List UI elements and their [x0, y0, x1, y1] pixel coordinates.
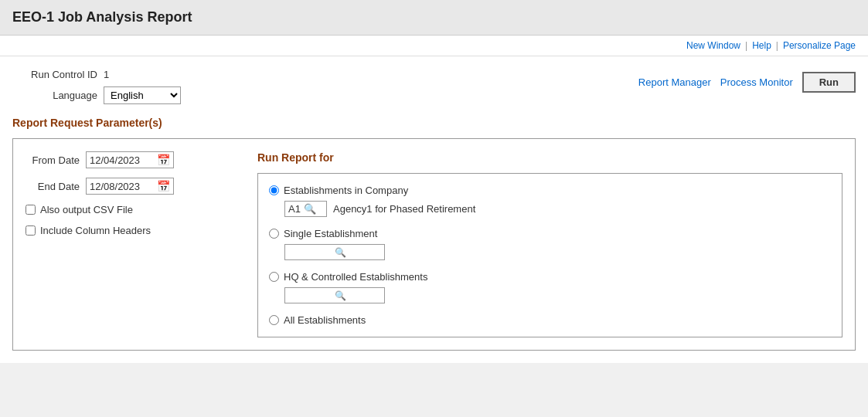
- run-button[interactable]: Run: [802, 72, 856, 93]
- params-left: From Date 📅 End Date 📅 Also output: [26, 151, 226, 337]
- radio-label-establishments-in-company[interactable]: Establishments in Company: [284, 185, 408, 196]
- end-date-calendar-icon[interactable]: 📅: [157, 180, 170, 192]
- search-field-single: 🔍: [284, 244, 385, 260]
- language-select[interactable]: English French Spanish: [104, 86, 181, 104]
- end-date-input-wrapper: 📅: [86, 178, 174, 195]
- establishment-desc: Agency1 for Phased Retirement: [333, 203, 475, 215]
- radio-group: Establishments in Company A1 🔍 Agency1 f…: [269, 185, 831, 326]
- control-right: Report Manager Process Monitor Run: [638, 69, 856, 93]
- radio-label-hq-controlled[interactable]: HQ & Controlled Establishments: [284, 271, 427, 283]
- page-title: EEO-1 Job Analysis Report: [12, 9, 192, 25]
- params-inner: From Date 📅 End Date 📅 Also output: [26, 151, 842, 337]
- radio-item-establishments-in-company: Establishments in Company A1 🔍 Agency1 f…: [269, 185, 831, 217]
- search-input-row-single: 🔍: [284, 244, 831, 260]
- search-field-hq: 🔍: [284, 287, 385, 303]
- radio-label-single-establishment[interactable]: Single Establishment: [284, 228, 377, 239]
- help-link[interactable]: Help: [752, 40, 771, 51]
- params-right: Run Report for Establishments in Company: [257, 151, 842, 337]
- radio-all-establishments[interactable]: [269, 315, 279, 325]
- search-icon-establishments[interactable]: 🔍: [304, 203, 316, 215]
- radio-row-hq-controlled: HQ & Controlled Establishments: [269, 271, 831, 283]
- establishment-value-row: A1 🔍 Agency1 for Phased Retirement: [284, 201, 831, 217]
- end-date-label: End Date: [26, 181, 80, 192]
- search-input-row-hq: 🔍: [284, 287, 831, 303]
- single-establishment-input[interactable]: [288, 246, 335, 258]
- radio-row-single-establishment: Single Establishment: [269, 228, 831, 239]
- run-report-box: Establishments in Company A1 🔍 Agency1 f…: [257, 173, 842, 337]
- column-headers-checkbox[interactable]: [26, 225, 36, 236]
- establishment-code-text: A1: [288, 203, 301, 215]
- csv-checkbox[interactable]: [26, 205, 36, 215]
- column-headers-checkbox-row: Include Column Headers: [26, 225, 226, 236]
- main-content: Run Control ID 1 Language English French…: [0, 56, 868, 363]
- hq-establishment-input[interactable]: [288, 290, 335, 301]
- search-icon-hq[interactable]: 🔍: [335, 290, 346, 301]
- language-label: Language: [12, 90, 97, 101]
- params-box: From Date 📅 End Date 📅 Also output: [12, 138, 856, 351]
- from-date-label: From Date: [26, 154, 80, 166]
- radio-item-single-establishment: Single Establishment 🔍: [269, 228, 831, 260]
- control-left: Run Control ID 1 Language English French…: [12, 69, 181, 104]
- separator-2: |: [776, 40, 778, 51]
- new-window-link[interactable]: New Window: [686, 40, 740, 51]
- process-monitor-link[interactable]: Process Monitor: [720, 76, 793, 88]
- csv-label[interactable]: Also output CSV File: [40, 204, 133, 215]
- search-icon-single[interactable]: 🔍: [335, 247, 346, 258]
- run-control-label: Run Control ID: [12, 69, 97, 80]
- personalize-link[interactable]: Personalize Page: [783, 40, 856, 51]
- separator-1: |: [745, 40, 747, 51]
- radio-row-all-establishments: All Establishments: [269, 314, 831, 326]
- radio-hq-controlled[interactable]: [269, 272, 279, 282]
- page-header: EEO-1 Job Analysis Report: [0, 0, 868, 36]
- run-control-row: Run Control ID 1: [12, 69, 181, 80]
- run-control-value: 1: [104, 69, 109, 80]
- radio-label-all-establishments[interactable]: All Establishments: [284, 314, 366, 326]
- section-title: Report Request Parameter(s): [12, 117, 856, 129]
- radio-row-establishments-in-company: Establishments in Company: [269, 185, 831, 196]
- csv-checkbox-row: Also output CSV File: [26, 204, 226, 215]
- column-headers-label[interactable]: Include Column Headers: [40, 225, 151, 236]
- radio-item-all-establishments: All Establishments: [269, 314, 831, 326]
- from-date-input-wrapper: 📅: [86, 151, 174, 168]
- language-row: Language English French Spanish: [12, 86, 181, 104]
- radio-item-hq-controlled: HQ & Controlled Establishments 🔍: [269, 271, 831, 303]
- end-date-row: End Date 📅: [26, 178, 226, 195]
- top-bar: New Window | Help | Personalize Page: [0, 36, 868, 56]
- control-section: Run Control ID 1 Language English French…: [12, 69, 856, 104]
- report-manager-link[interactable]: Report Manager: [638, 76, 711, 88]
- from-date-input[interactable]: [90, 154, 155, 166]
- establishment-code-field: A1 🔍: [284, 201, 327, 217]
- end-date-input[interactable]: [90, 181, 155, 192]
- radio-establishments-in-company[interactable]: [269, 185, 279, 195]
- radio-single-establishment[interactable]: [269, 229, 279, 239]
- from-date-row: From Date 📅: [26, 151, 226, 168]
- from-date-calendar-icon[interactable]: 📅: [157, 154, 170, 166]
- run-report-title: Run Report for: [257, 151, 842, 164]
